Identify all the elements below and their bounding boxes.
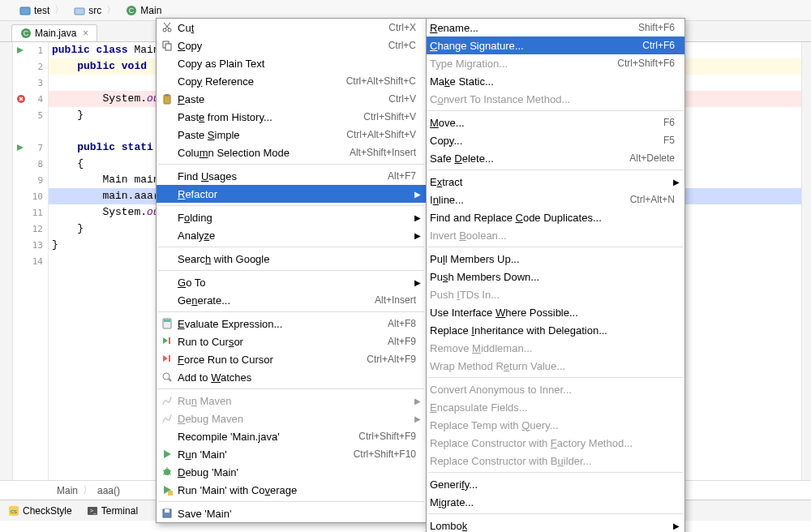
menu-item[interactable]: Push Members Down...	[427, 268, 684, 285]
menu-item[interactable]: Find and Replace Code Duplicates...	[427, 208, 684, 226]
gutter-line[interactable]: 13	[13, 237, 48, 253]
menu-item[interactable]: Inline...Ctrl+Alt+N	[427, 191, 684, 208]
gutter-line[interactable]: 9	[13, 172, 48, 188]
menu-item[interactable]: Recompile 'Main.java'Ctrl+Shift+F9	[157, 427, 426, 445]
menu-separator	[428, 513, 683, 514]
menu-item: Debug Maven▶	[157, 410, 426, 427]
menu-item[interactable]: Generate...Alt+Insert	[157, 291, 426, 309]
bc2-class[interactable]: Main	[57, 485, 78, 496]
gutter-line[interactable]: 3	[13, 75, 48, 91]
menu-item[interactable]: Copy ReferenceCtrl+Alt+Shift+C	[157, 72, 426, 90]
menu-label: Rename...	[430, 22, 638, 34]
menu-item[interactable]: Refactor▶	[157, 185, 426, 203]
menu-separator	[428, 169, 683, 170]
svg-point-13	[163, 28, 166, 32]
crumb-src[interactable]: src	[71, 3, 122, 17]
editor-tab[interactable]: C Main.java ×	[11, 24, 97, 41]
menu-item[interactable]: Lombok▶	[427, 517, 684, 532]
menu-label: Make Static...	[430, 75, 675, 88]
bc2-method[interactable]: aaa()	[97, 485, 120, 496]
menu-item[interactable]: Copy...F5	[427, 131, 684, 149]
tool-tab-terminal[interactable]: >_Terminal	[87, 505, 138, 517]
term-icon: >_	[87, 505, 98, 517]
svg-point-14	[168, 28, 171, 32]
gutter-line[interactable]: 4	[13, 91, 48, 107]
gutter-line[interactable]: 10	[13, 188, 48, 204]
menu-item[interactable]: Make Static...	[427, 72, 684, 90]
menu-label: Replace Inheritance with Delegation...	[430, 324, 675, 337]
menu-item[interactable]: Move...F6	[427, 114, 684, 131]
menu-item[interactable]: Analyze▶	[157, 226, 426, 244]
menu-label: Add to Watches	[178, 371, 416, 384]
gutter-line[interactable]: 1	[13, 42, 48, 58]
menu-item[interactable]: PasteCtrl+V	[157, 90, 426, 108]
maven-icon	[160, 412, 174, 425]
menu-item[interactable]: Run 'Main'Ctrl+Shift+F10	[157, 445, 426, 463]
menu-item[interactable]: Replace Inheritance with Delegation...	[427, 321, 684, 339]
menu-item[interactable]: Search with Google	[157, 250, 426, 268]
run-gutter-icon[interactable]	[16, 144, 24, 152]
blank-icon	[160, 211, 174, 224]
blank-icon	[160, 187, 174, 200]
class-icon: C	[126, 5, 137, 16]
submenu-arrow-icon: ▶	[673, 178, 680, 187]
gutter-line[interactable]: 11	[13, 204, 48, 221]
error-gutter-icon[interactable]	[16, 94, 26, 104]
menu-item[interactable]: Find UsagesAlt+F7	[157, 167, 426, 185]
gutter-line[interactable]: 7	[13, 139, 48, 156]
gutter-line[interactable]: 8	[13, 156, 48, 172]
submenu-arrow-icon: ▶	[414, 278, 421, 287]
menu-item[interactable]: Paste SimpleCtrl+Alt+Shift+V	[157, 126, 426, 144]
crumb-Main[interactable]: CMain	[122, 5, 173, 16]
menu-item: Replace Constructor with Factory Method.…	[427, 434, 684, 452]
menu-item[interactable]: Paste from History...Ctrl+Shift+V	[157, 108, 426, 126]
crumb-test[interactable]: test	[16, 3, 71, 17]
gutter-line[interactable]: 12	[13, 221, 48, 237]
svg-marker-23	[163, 355, 168, 362]
menu-item[interactable]: Save 'Main'	[157, 504, 426, 522]
menu-shortcut: Alt+F9	[388, 336, 416, 347]
menu-item[interactable]: Debug 'Main'	[157, 463, 426, 481]
menu-item[interactable]: Run 'Main' with Coverage	[157, 481, 426, 499]
menu-shortcut: Alt+Delete	[629, 152, 675, 164]
menu-item[interactable]: Use Interface Where Possible...	[427, 303, 684, 321]
menu-item[interactable]: Evaluate Expression...Alt+F8	[157, 315, 426, 332]
context-menu: CutCtrl+XCopyCtrl+CCopy as Plain TextCop…	[156, 18, 427, 523]
menu-label: Invert Boolean...	[430, 230, 675, 242]
gutter-line[interactable]: 14	[13, 253, 48, 269]
menu-item[interactable]: CutCtrl+X	[157, 19, 426, 36]
gutter-line[interactable]	[13, 123, 48, 139]
gutter-line[interactable]: 2	[13, 58, 48, 75]
menu-item[interactable]: Pull Members Up...	[427, 250, 684, 268]
menu-shortcut: Ctrl+Alt+Shift+C	[346, 75, 416, 87]
menu-item[interactable]: Run to CursorAlt+F9	[157, 332, 426, 350]
menu-separator	[428, 377, 683, 378]
blank-icon	[160, 252, 174, 265]
menu-shortcut: Ctrl+Shift+F6	[617, 58, 675, 69]
menu-item[interactable]: Generify...	[427, 475, 684, 493]
menu-item[interactable]: Folding▶	[157, 208, 426, 226]
close-icon[interactable]: ×	[83, 28, 88, 39]
menu-item[interactable]: Rename...Shift+F6	[427, 19, 684, 36]
tool-tab-checkstyle[interactable]: csCheckStyle	[8, 505, 72, 517]
menu-item[interactable]: Column Selection ModeAlt+Shift+Insert	[157, 144, 426, 161]
menu-item[interactable]: Copy as Plain Text	[157, 54, 426, 72]
menu-item[interactable]: Add to Watches	[157, 368, 426, 386]
menu-item[interactable]: Extract▶	[427, 173, 684, 191]
gutter-line[interactable]: 5	[13, 107, 48, 123]
blank-icon	[160, 110, 174, 123]
menu-item[interactable]: Safe Delete...Alt+Delete	[427, 149, 684, 167]
folder-icon	[74, 5, 85, 16]
menu-label: Replace Constructor with Builder...	[430, 455, 675, 467]
menu-label: Cut	[178, 22, 388, 34]
menu-shortcut: Ctrl+Shift+V	[363, 111, 416, 122]
svg-rect-37	[165, 509, 169, 513]
menu-item[interactable]: CopyCtrl+C	[157, 36, 426, 54]
menu-item[interactable]: Change Signature...Ctrl+F6	[427, 36, 684, 54]
menu-item[interactable]: Go To▶	[157, 273, 426, 291]
menu-item[interactable]: Migrate...	[427, 493, 684, 511]
run-gutter-icon[interactable]	[16, 46, 24, 54]
menu-label: Migrate...	[430, 496, 675, 508]
menu-item[interactable]: Force Run to CursorCtrl+Alt+F9	[157, 350, 426, 368]
svg-text:>_: >_	[90, 508, 97, 514]
